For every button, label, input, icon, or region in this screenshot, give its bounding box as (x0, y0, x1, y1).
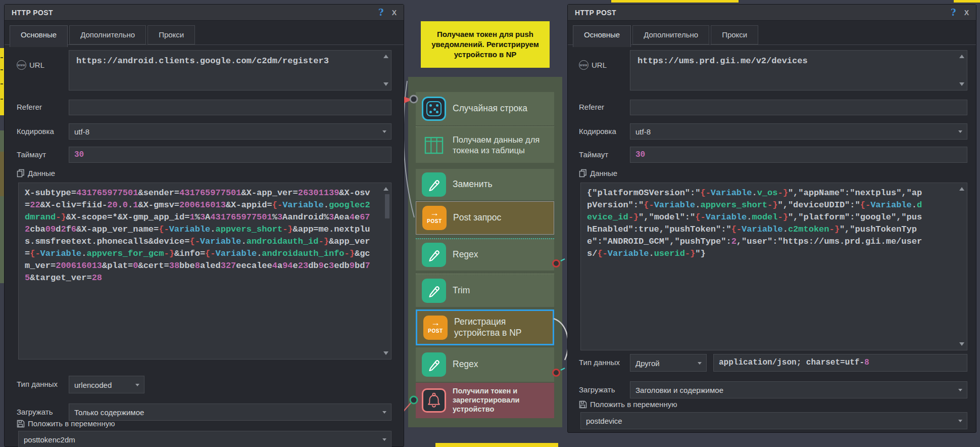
dialog-title: HTTP POST (12, 9, 53, 17)
left-edge-selected-sliver (0, 152, 4, 196)
data-label-group: Данные (17, 169, 55, 177)
dice-face (426, 101, 442, 116)
step-label: Post запрос (453, 212, 501, 223)
step-label: Регистрация устройства в NP (454, 317, 553, 338)
step-label: Regex (453, 249, 478, 260)
table-icon (422, 133, 446, 157)
putvar-label: Положить в переменную (28, 419, 115, 428)
load-select[interactable]: Только содержимое (69, 404, 391, 421)
tab-advanced[interactable]: Дополнительно (69, 25, 146, 44)
data-label-group: Данные (579, 169, 617, 177)
scroll-up-icon[interactable] (383, 187, 388, 191)
step-label: Regex (453, 359, 478, 370)
putvar-select[interactable]: posttokenc2dm (18, 431, 391, 447)
datatype-select[interactable]: urlencoded (69, 376, 144, 393)
flow-step-table-data[interactable]: Получаем данные для токена из таблицы (416, 126, 554, 163)
step-label: Получили токен и зарегистрировали устрой… (453, 387, 554, 414)
http-post-dialog-left: HTTP POST ? X Основные Дополнительно Про… (4, 4, 404, 447)
scroll-up-icon[interactable] (383, 55, 388, 58)
chevron-down-icon (382, 438, 386, 441)
top-note-sliver (611, 0, 739, 3)
encoding-select[interactable]: utf-8 (630, 123, 967, 140)
close-icon[interactable]: X (392, 9, 397, 17)
url-label: URL (29, 61, 44, 69)
scroll-down-icon[interactable] (383, 351, 388, 355)
chevron-down-icon (382, 411, 386, 414)
tab-proxy[interactable]: Прокси (148, 25, 195, 44)
help-icon[interactable]: ? (951, 7, 956, 18)
referer-label: Referer (579, 103, 604, 111)
chevron-down-icon (698, 362, 702, 365)
dialog-title: HTTP POST (575, 9, 616, 17)
tab-main[interactable]: Основные (573, 25, 631, 47)
note-text-fragment (1, 83, 3, 84)
tab-main[interactable]: Основные (10, 25, 68, 47)
top-note-sliver-2 (954, 0, 980, 3)
bottom-note-sliver (435, 443, 558, 447)
tab-proxy[interactable]: Прокси (711, 25, 758, 44)
encoding-select[interactable]: utf-8 (69, 123, 391, 140)
note-text-fragment (1, 99, 3, 100)
tab-bar: Основные Дополнительно Прокси (573, 25, 758, 47)
data-textarea[interactable]: {"platformOSVersion":"{-Variable.v_os-}"… (580, 183, 967, 350)
flow-step-notification[interactable]: Получили токен и зарегистрировали устрой… (416, 383, 554, 418)
copy-pages-icon (579, 169, 587, 177)
datatype-label: Тип данных (579, 358, 620, 367)
pencil-icon (422, 243, 446, 267)
url-input[interactable]: https://ums.prd.gii.me/v2/devices (630, 50, 967, 91)
url-label-group: www URL (579, 60, 607, 70)
scrollbar-thumb[interactable] (385, 194, 389, 218)
data-textarea[interactable]: X-subtype=431765977501&sender=4317659775… (18, 183, 391, 360)
scroll-down-icon[interactable] (959, 342, 964, 346)
datatype-select[interactable]: Другой (630, 354, 707, 372)
load-label: Загружать (17, 408, 53, 416)
load-select[interactable]: Заголовки и содержимое (630, 381, 967, 398)
close-icon[interactable]: X (964, 9, 969, 17)
chevron-down-icon (958, 130, 962, 133)
flow-step-regex-1[interactable]: Regex (416, 238, 554, 271)
flow-step-post-request[interactable]: → POST Post запрос (416, 201, 554, 235)
putvar-select[interactable]: postdevice (580, 412, 967, 429)
note-text-fragment (1, 57, 3, 58)
step-label: Получаем данные для токена из таблицы (453, 135, 554, 155)
scroll-up-icon[interactable] (959, 55, 964, 58)
copy-pages-icon (17, 169, 25, 177)
timeout-input[interactable]: 30 (630, 147, 967, 163)
flow-step-register-device[interactable]: → POST Регистрация устройства в NP (416, 309, 554, 345)
chevron-down-icon (958, 389, 962, 391)
dialog-titlebar[interactable]: HTTP POST ? X (5, 5, 404, 21)
flow-step-trim[interactable]: Trim (416, 274, 554, 307)
note-text-fragment (1, 69, 3, 70)
arrow-right-icon: → (423, 317, 448, 328)
help-icon[interactable]: ? (378, 7, 384, 18)
sticky-note[interactable]: Получаем токен для push уведомлений. Рег… (421, 21, 550, 68)
pencil-icon (422, 279, 446, 303)
tab-advanced[interactable]: Дополнительно (632, 25, 709, 44)
content-type-input[interactable]: application/json; charset=utf-8 (713, 354, 967, 372)
dialog-titlebar[interactable]: HTTP POST ? X (568, 5, 976, 21)
flow-step-regex-2[interactable]: Regex (416, 347, 554, 382)
datatype-label: Тип данных (17, 380, 58, 388)
url-label-group: www URL (17, 60, 44, 70)
scroll-up-icon[interactable] (959, 187, 964, 191)
referer-input[interactable] (630, 100, 967, 115)
putvar-label-group: Положить в переменную (579, 400, 677, 409)
encoding-label: Кодировка (579, 127, 616, 136)
scroll-down-icon[interactable] (959, 82, 964, 86)
timeout-input[interactable]: 30 (69, 147, 391, 163)
timeout-label: Таймаут (579, 150, 608, 159)
dice-icon (422, 97, 446, 121)
floppy-disk-icon (17, 420, 25, 428)
url-label: URL (592, 61, 607, 69)
scroll-down-icon[interactable] (383, 82, 388, 86)
referer-input[interactable] (69, 100, 391, 115)
timeout-label: Таймаут (17, 150, 46, 159)
putvar-label: Положить в переменную (590, 400, 677, 409)
url-input[interactable]: https://android.clients.google.com/c2dm/… (69, 50, 391, 91)
flow-step-replace[interactable]: Заменить (416, 169, 554, 200)
screen: Получаем токен для push уведомлений. Рег… (0, 0, 980, 447)
flow-step-random-string[interactable]: Случайная строка (416, 92, 554, 125)
chevron-down-icon (958, 420, 962, 422)
flow-group-panel: Случайная строка Получаем данные для ток… (408, 77, 562, 427)
url-value: https://ums.prd.gii.me/v2/devices (630, 51, 958, 72)
